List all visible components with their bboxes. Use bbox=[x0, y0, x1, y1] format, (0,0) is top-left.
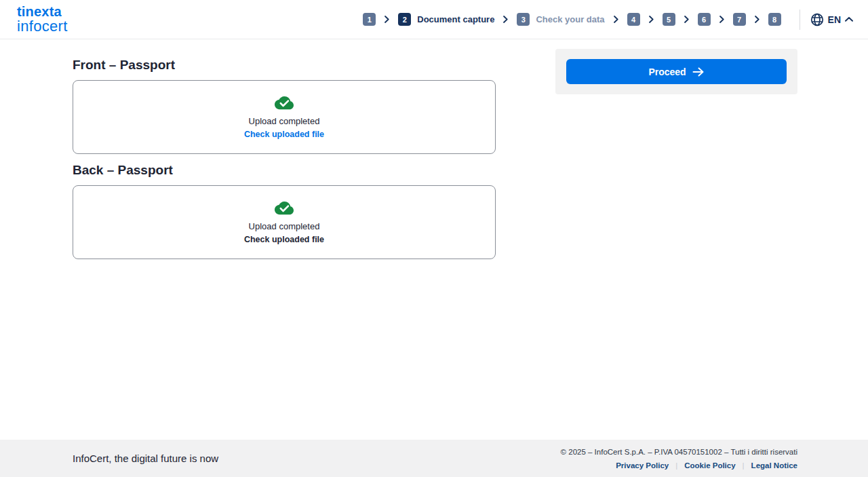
step-4-badge: 4 bbox=[627, 13, 640, 26]
chevron-right-icon bbox=[384, 16, 389, 23]
logo-line-tinexta: tinexta bbox=[17, 5, 68, 18]
step-1-badge: 1 bbox=[363, 13, 376, 26]
stepper: 1 2 Document capture 3 Check your data 4… bbox=[363, 13, 781, 26]
step-3-label: Check your data bbox=[536, 14, 604, 24]
proceed-button[interactable]: Proceed bbox=[566, 59, 787, 84]
step-5[interactable]: 5 bbox=[663, 13, 675, 26]
upload-sections: Front – Passport Upload completed Check … bbox=[73, 39, 496, 259]
footer-links: Privacy Policy | Cookie Policy | Legal N… bbox=[616, 461, 797, 470]
tinexta-infocert-logo[interactable]: tinexta infocert bbox=[17, 5, 68, 34]
upload-status-front: Upload completed bbox=[249, 116, 320, 126]
cookie-policy-link[interactable]: Cookie Policy bbox=[684, 461, 735, 470]
link-separator: | bbox=[675, 461, 677, 470]
upload-box-back[interactable]: Upload completed Check uploaded file bbox=[73, 185, 496, 259]
footer-tagline: InfoCert, the digital future is now bbox=[73, 453, 218, 464]
footer: InfoCert, the digital future is now © 20… bbox=[0, 440, 868, 477]
language-code: EN bbox=[828, 14, 841, 25]
proceed-label: Proceed bbox=[648, 66, 686, 77]
privacy-policy-link[interactable]: Privacy Policy bbox=[616, 461, 669, 470]
main-content: Front – Passport Upload completed Check … bbox=[0, 39, 868, 440]
link-separator: | bbox=[743, 461, 745, 470]
step-3-check-your-data[interactable]: 3 Check your data bbox=[517, 13, 604, 26]
step-2-label: Document capture bbox=[417, 14, 494, 24]
step-8[interactable]: 8 bbox=[768, 13, 781, 26]
chevron-right-icon bbox=[649, 16, 654, 23]
header: tinexta infocert 1 2 Document capture 3 … bbox=[0, 0, 868, 39]
chevron-right-icon bbox=[755, 16, 760, 23]
chevron-right-icon bbox=[684, 16, 689, 23]
step-5-badge: 5 bbox=[663, 13, 675, 26]
upload-completed-icon bbox=[274, 200, 294, 216]
page: tinexta infocert 1 2 Document capture 3 … bbox=[0, 0, 868, 477]
step-3-badge: 3 bbox=[517, 13, 530, 26]
check-uploaded-file-link-back[interactable]: Check uploaded file bbox=[244, 235, 324, 244]
legal-notice-link[interactable]: Legal Notice bbox=[751, 461, 797, 470]
chevron-right-icon bbox=[614, 16, 618, 23]
step-4[interactable]: 4 bbox=[627, 13, 640, 26]
header-right: EN bbox=[800, 9, 853, 30]
step-2-document-capture[interactable]: 2 Document capture bbox=[398, 13, 494, 26]
globe-icon bbox=[810, 13, 824, 26]
upload-completed-icon bbox=[274, 95, 294, 111]
step-8-badge: 8 bbox=[768, 13, 781, 26]
action-card: Proceed bbox=[555, 49, 797, 94]
chevron-up-icon bbox=[845, 17, 853, 22]
chevron-right-icon bbox=[503, 16, 508, 23]
step-6[interactable]: 6 bbox=[698, 13, 711, 26]
chevron-right-icon bbox=[719, 16, 724, 23]
section-title-back-passport: Back – Passport bbox=[73, 163, 496, 178]
step-2-badge: 2 bbox=[398, 13, 411, 26]
header-divider bbox=[800, 9, 800, 30]
footer-right: © 2025 – InfoCert S.p.A. – P.IVA 0457015… bbox=[561, 448, 797, 470]
step-1[interactable]: 1 bbox=[363, 13, 376, 26]
copyright-text: © 2025 – InfoCert S.p.A. – P.IVA 0457015… bbox=[561, 448, 797, 456]
arrow-right-icon bbox=[692, 67, 705, 77]
upload-status-back: Upload completed bbox=[249, 221, 320, 231]
language-selector[interactable]: EN bbox=[810, 13, 853, 26]
logo-line-infocert: infocert bbox=[17, 19, 68, 34]
section-title-front-passport: Front – Passport bbox=[73, 58, 496, 73]
step-6-badge: 6 bbox=[698, 13, 711, 26]
step-7[interactable]: 7 bbox=[733, 13, 746, 26]
upload-box-front[interactable]: Upload completed Check uploaded file bbox=[73, 80, 496, 154]
check-uploaded-file-link-front[interactable]: Check uploaded file bbox=[244, 130, 324, 139]
step-7-badge: 7 bbox=[733, 13, 746, 26]
